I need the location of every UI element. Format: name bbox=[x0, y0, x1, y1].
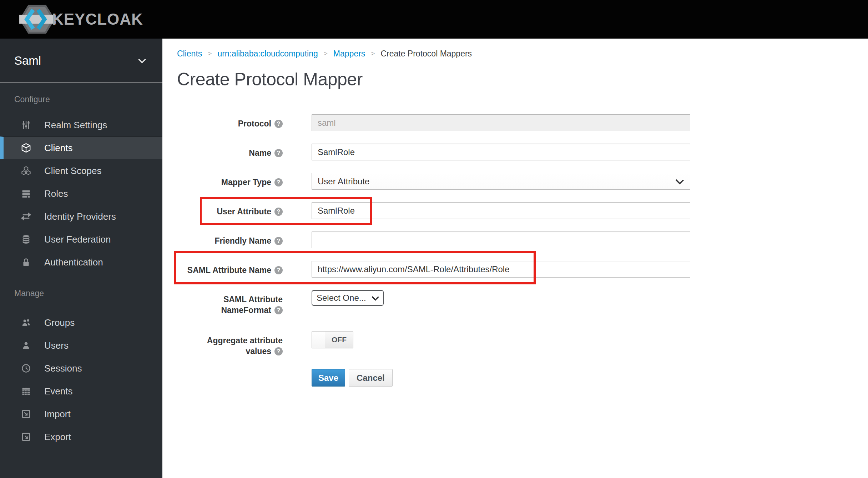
keycloak-logo: KEYCLOAK bbox=[17, 4, 143, 35]
breadcrumb-link-clients[interactable]: Clients bbox=[177, 48, 202, 59]
form-row-aggregate-attribute-values: Aggregate attribute values? OFF bbox=[177, 331, 868, 357]
sidebar-item-label: Clients bbox=[44, 143, 72, 154]
saml-attribute-nameformat-label: SAML Attribute NameFormat? bbox=[177, 290, 283, 315]
mapper-type-select[interactable]: User Attribute bbox=[312, 173, 690, 190]
keycloak-wordmark: KEYCLOAK bbox=[52, 10, 143, 28]
export-icon bbox=[21, 432, 31, 442]
main-content: Clients > urn:alibaba:cloudcomputing > M… bbox=[162, 39, 868, 478]
chevron-down-icon bbox=[137, 55, 147, 66]
help-icon[interactable]: ? bbox=[274, 208, 283, 216]
sidebar-item-label: Events bbox=[44, 386, 73, 397]
sidebar-item-label: Export bbox=[44, 432, 71, 443]
breadcrumb-current: Create Protocol Mappers bbox=[380, 48, 472, 59]
name-input[interactable] bbox=[312, 144, 690, 160]
help-icon[interactable]: ? bbox=[274, 347, 283, 355]
saml-attribute-name-input[interactable] bbox=[312, 261, 690, 278]
friendly-name-label: Friendly Name? bbox=[177, 231, 283, 246]
sidebar-item-realm-settings[interactable]: Realm Settings bbox=[0, 114, 162, 136]
sidebar-item-label: Import bbox=[44, 409, 71, 420]
nameformat-selected-value: Select One... bbox=[317, 293, 366, 303]
sidebar-item-user-federation[interactable]: User Federation bbox=[0, 228, 162, 251]
sidebar: Saml Configure Realm Settings bbox=[0, 39, 162, 478]
sidebar-item-identity-providers[interactable]: Identity Providers bbox=[0, 205, 162, 228]
sidebar-item-label: Users bbox=[44, 340, 69, 351]
form-actions: SaveCancel bbox=[177, 369, 868, 387]
sidebar-item-users[interactable]: Users bbox=[0, 334, 162, 357]
friendly-name-input[interactable] bbox=[312, 231, 690, 248]
keycloak-logo-icon bbox=[17, 4, 57, 35]
saml-attribute-name-label: SAML Attribute Name? bbox=[177, 261, 283, 275]
user-attribute-input[interactable] bbox=[312, 202, 690, 219]
list-icon bbox=[21, 188, 31, 199]
help-icon[interactable]: ? bbox=[274, 266, 283, 274]
form-row-user-attribute: User Attribute? bbox=[177, 202, 868, 219]
breadcrumb-separator: > bbox=[318, 48, 333, 59]
sidebar-item-events[interactable]: Events bbox=[0, 380, 162, 403]
user-icon bbox=[21, 340, 31, 351]
protocol-input bbox=[312, 114, 690, 131]
form-row-protocol: Protocol? bbox=[177, 114, 868, 131]
help-icon[interactable]: ? bbox=[274, 306, 283, 314]
user-attribute-label: User Attribute? bbox=[177, 202, 283, 217]
exchange-arrows-icon bbox=[21, 211, 31, 222]
cancel-button[interactable]: Cancel bbox=[349, 369, 393, 387]
sidebar-item-clients[interactable]: Clients bbox=[0, 136, 162, 159]
sidebar-item-label: Identity Providers bbox=[44, 211, 116, 222]
aggregate-attribute-values-label: Aggregate attribute values? bbox=[177, 331, 283, 357]
sidebar-item-import[interactable]: Import bbox=[0, 403, 162, 425]
save-button[interactable]: Save bbox=[312, 369, 345, 387]
lock-icon bbox=[21, 257, 31, 268]
sidebar-item-label: Roles bbox=[44, 188, 68, 199]
cube-icon bbox=[21, 143, 31, 153]
help-icon[interactable]: ? bbox=[274, 178, 283, 186]
sidebar-item-label: Realm Settings bbox=[44, 120, 107, 131]
sidebar-item-client-scopes[interactable]: Client Scopes bbox=[0, 159, 162, 182]
calendar-icon bbox=[21, 386, 31, 397]
cubes-icon bbox=[21, 165, 31, 176]
top-bar: KEYCLOAK bbox=[0, 0, 868, 39]
toggle-knob[interactable] bbox=[312, 332, 325, 348]
sidebar-item-label: Sessions bbox=[44, 363, 82, 374]
nav-header-configure: Configure bbox=[0, 94, 162, 105]
mapper-type-label: Mapper Type? bbox=[177, 173, 283, 188]
sidebar-item-label: User Federation bbox=[44, 234, 111, 245]
name-label: Name? bbox=[177, 144, 283, 158]
database-icon bbox=[21, 234, 31, 245]
sidebar-item-label: Authentication bbox=[44, 257, 103, 268]
mapper-type-selected-value: User Attribute bbox=[318, 176, 369, 186]
sliders-icon bbox=[21, 120, 31, 130]
form-row-mapper-type: Mapper Type? User Attribute bbox=[177, 173, 868, 190]
breadcrumb-link-mappers[interactable]: Mappers bbox=[333, 48, 365, 59]
chevron-down-icon bbox=[675, 176, 684, 185]
aggregate-toggle[interactable]: OFF bbox=[312, 331, 353, 348]
clock-icon bbox=[21, 363, 31, 374]
chevron-down-icon bbox=[372, 293, 379, 301]
import-icon bbox=[21, 409, 31, 419]
sidebar-item-groups[interactable]: Groups bbox=[0, 311, 162, 334]
breadcrumb: Clients > urn:alibaba:cloudcomputing > M… bbox=[177, 48, 868, 59]
sidebar-item-export[interactable]: Export bbox=[0, 425, 162, 448]
users-icon bbox=[21, 317, 31, 328]
breadcrumb-separator: > bbox=[202, 48, 217, 59]
nav-header-manage: Manage bbox=[0, 288, 162, 299]
sidebar-item-roles[interactable]: Roles bbox=[0, 182, 162, 205]
sidebar-nav: Configure Realm Settings Clients bbox=[0, 83, 162, 448]
sidebar-item-label: Groups bbox=[44, 317, 75, 328]
sidebar-item-label: Client Scopes bbox=[44, 165, 101, 176]
realm-selector[interactable]: Saml bbox=[0, 39, 162, 83]
protocol-label: Protocol? bbox=[177, 114, 283, 129]
help-icon[interactable]: ? bbox=[274, 120, 283, 128]
help-icon[interactable]: ? bbox=[274, 237, 283, 245]
sidebar-item-sessions[interactable]: Sessions bbox=[0, 357, 162, 380]
create-protocol-mapper-form: Protocol? Name? Mapper Type? User Attrib… bbox=[177, 114, 868, 387]
page-title: Create Protocol Mapper bbox=[177, 69, 868, 90]
saml-attribute-nameformat-select[interactable]: Select One... bbox=[312, 290, 384, 306]
breadcrumb-link-client-id[interactable]: urn:alibaba:cloudcomputing bbox=[217, 48, 318, 59]
sidebar-item-authentication[interactable]: Authentication bbox=[0, 251, 162, 274]
breadcrumb-separator: > bbox=[365, 48, 380, 59]
help-icon[interactable]: ? bbox=[274, 149, 283, 157]
realm-name: Saml bbox=[14, 54, 41, 68]
form-row-saml-attribute-name: SAML Attribute Name? bbox=[177, 261, 868, 278]
form-row-name: Name? bbox=[177, 144, 868, 160]
form-row-saml-attribute-nameformat: SAML Attribute NameFormat? Select One... bbox=[177, 290, 868, 319]
